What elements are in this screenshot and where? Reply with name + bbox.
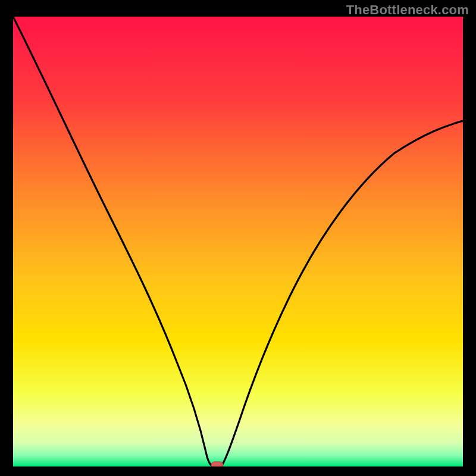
bottleneck-plot <box>13 17 463 466</box>
optimum-marker <box>211 462 223 466</box>
plot-svg <box>13 17 463 466</box>
chart-frame: TheBottleneck.com <box>0 0 476 476</box>
gradient-background <box>13 17 463 466</box>
watermark-text: TheBottleneck.com <box>346 2 469 18</box>
